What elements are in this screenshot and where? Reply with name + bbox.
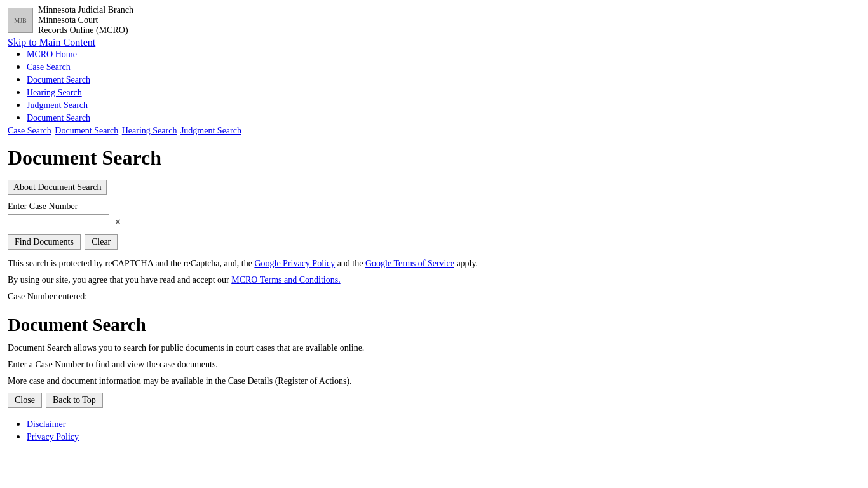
about-section: Document Search Document Search allows y… [8,315,860,386]
nav-link-mcro-home[interactable]: MCRO Home [27,50,77,59]
google-privacy-policy-link[interactable]: Google Privacy Policy [254,259,335,268]
form-actions: Find Documents Clear [8,234,860,250]
nav-item-hearing-search[interactable]: Hearing Search [27,86,860,98]
about-para-1: Document Search allows you to search for… [8,343,860,353]
nav-item-mcro-home[interactable]: MCRO Home [27,48,860,60]
nav-link-case-search[interactable]: Case Search [27,62,71,72]
terms-notice: By using our site, you agree that you ha… [8,275,860,285]
nav-link-judgment-search[interactable]: Judgment Search [27,100,88,110]
nav-item-judgment-search[interactable]: Judgment Search [27,99,860,111]
about-para-3: More case and document information may b… [8,376,860,386]
clear-inline-button[interactable] [113,217,123,227]
privacy-policy-link[interactable]: Privacy Policy [27,432,79,442]
input-row [8,214,860,229]
about-para-2: Enter a Case Number to find and view the… [8,360,860,370]
disclaimer-link[interactable]: Disclaimer [27,419,65,429]
google-tos-link[interactable]: Google Terms of Service [365,259,454,268]
breadcrumb-judgment-search[interactable]: Judgment Search [180,126,241,135]
footer-item-privacy[interactable]: Privacy Policy [27,431,860,442]
find-documents-button[interactable]: Find Documents [8,234,81,250]
main-content: Document Search About Document Search En… [8,146,860,442]
search-form: Enter Case Number Find Documents Clear [8,201,860,250]
case-number-entered-label: Case Number entered: [8,292,860,302]
nav-link-document-search[interactable]: Document Search [27,75,90,85]
bottom-buttons: Close Back to Top [8,393,860,408]
about-document-search-button[interactable]: About Document Search [8,180,107,195]
close-button[interactable]: Close [8,393,42,408]
case-number-input[interactable] [8,214,109,229]
header: MJB Minnesota Judicial Branch Minnesota … [8,5,860,36]
logo-image: MJB [8,8,33,33]
org-name: Minnesota Judicial Branch Minnesota Cour… [38,5,133,36]
clear-button[interactable]: Clear [85,234,118,250]
nav-item-document-search[interactable]: Document Search [27,74,860,85]
mcro-terms-link[interactable]: MCRO Terms and Conditions. [231,275,340,285]
recaptcha-notice: This search is protected by reCAPTCHA an… [8,259,860,269]
page-title: Document Search [8,146,860,170]
breadcrumb-case-search[interactable]: Case Search [8,126,51,135]
about-section-title: Document Search [8,315,860,336]
nav-link-document-search-2[interactable]: Document Search [27,113,90,123]
breadcrumb: Case Search Document Search Hearing Sear… [8,126,860,136]
nav-item-case-search[interactable]: Case Search [27,61,860,72]
case-number-label: Enter Case Number [8,201,860,212]
breadcrumb-hearing-search[interactable]: Hearing Search [122,126,177,135]
footer-item-disclaimer[interactable]: Disclaimer [27,418,860,430]
footer-nav: Disclaimer Privacy Policy [27,418,860,442]
back-to-top-button[interactable]: Back to Top [46,393,103,408]
nav-link-hearing-search[interactable]: Hearing Search [27,88,82,97]
skip-to-main-link[interactable]: Skip to Main Content [8,37,95,48]
nav-item-document-search-2[interactable]: Document Search [27,112,860,123]
breadcrumb-document-search[interactable]: Document Search [55,126,118,135]
main-nav: MCRO Home Case Search Document Search He… [8,48,860,123]
